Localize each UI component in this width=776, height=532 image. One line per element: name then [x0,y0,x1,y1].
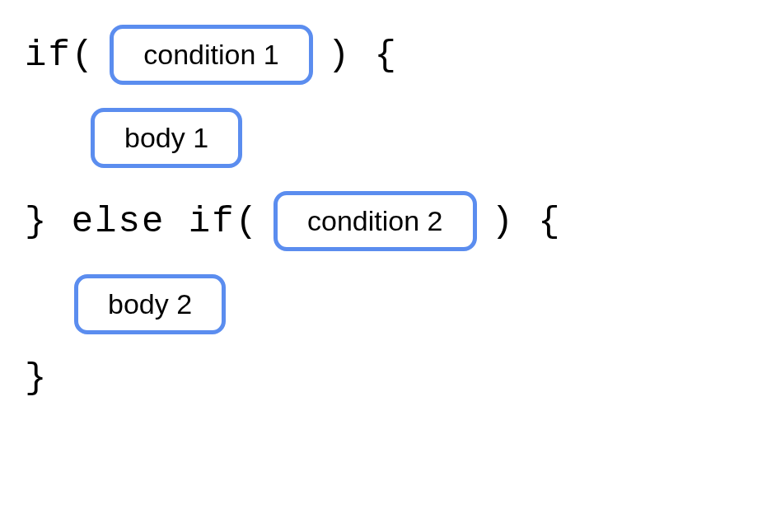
code-diagram: if( condition 1 ) { body 1 } else if( co… [25,25,751,399]
close-paren-open-brace-1: ) { [328,35,398,76]
line-close: } [25,357,751,399]
line-if-open: if( condition 1 ) { [25,25,751,85]
keyword-else-if: } else if( [25,201,259,242]
condition-2-box: condition 2 [273,191,476,251]
body-2-box: body 2 [74,274,226,334]
body-1-label: body 1 [124,122,208,154]
body-1-box: body 1 [91,108,242,168]
condition-2-label: condition 2 [307,205,442,237]
line-body-1: body 1 [25,108,751,168]
condition-1-box: condition 1 [110,25,312,85]
condition-1-label: condition 1 [143,39,278,71]
body-2-label: body 2 [108,288,192,320]
keyword-if: if( [25,35,95,76]
close-brace: } [25,357,48,399]
line-else-if: } else if( condition 2 ) { [25,191,751,251]
line-body-2: body 2 [25,274,751,334]
close-paren-open-brace-2: ) { [492,201,562,242]
